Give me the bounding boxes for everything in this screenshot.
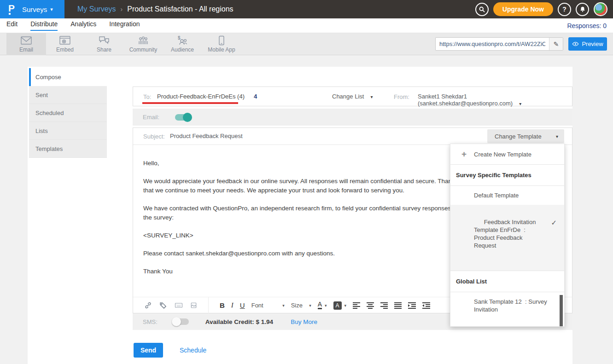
sidebar-item-scheduled[interactable]: Scheduled xyxy=(29,104,107,122)
chevron-down-icon: ▾ xyxy=(556,134,558,139)
global-templates-scroll-area: Sank Template 12 : Survey Invitation Map… xyxy=(450,292,564,327)
top-header-bar: P Surveys ▾ My Surveys › Product Satisfa… xyxy=(0,0,613,18)
edit-url-button[interactable]: ✎ xyxy=(549,38,563,50)
background-color-button[interactable]: A▾ xyxy=(333,301,347,310)
insert-image-button[interactable] xyxy=(190,302,197,309)
pencil-icon: ✎ xyxy=(554,40,559,48)
outdent-button[interactable] xyxy=(422,302,430,309)
audience-icon: $ xyxy=(176,35,188,46)
recipient-list-name[interactable]: Product-Feedback-EnFrDeEs (4) xyxy=(157,93,245,100)
recipient-row: To: Product-Feedback-EnFrDeEs (4) 4 Chan… xyxy=(133,87,572,106)
breadcrumb-survey-name: Product Satisfaction - All regions xyxy=(127,5,233,13)
merge-tag-button[interactable] xyxy=(159,301,167,309)
tab-analytics[interactable]: Analytics xyxy=(70,20,96,31)
sidebar-item-lists[interactable]: Lists xyxy=(29,122,107,140)
sms-toggle[interactable] xyxy=(173,318,189,325)
svg-text:$: $ xyxy=(178,35,181,40)
breadcrumb: My Surveys › Product Satisfaction - All … xyxy=(77,0,234,18)
breadcrumb-separator-icon: › xyxy=(121,6,123,13)
product-menu-label: Surveys xyxy=(22,6,47,13)
share-icon xyxy=(98,35,110,46)
notifications-button[interactable] xyxy=(576,3,589,16)
menu-item-default-template[interactable]: Default Template xyxy=(450,186,564,205)
keyboard-icon xyxy=(175,302,183,309)
product-switcher[interactable]: P Surveys ▾ xyxy=(0,0,64,18)
change-list-dropdown[interactable]: Change List▾ xyxy=(332,93,373,100)
subject-row: Subject: Product Feedback Request Change… xyxy=(133,128,572,145)
schedule-link[interactable]: Schedule xyxy=(180,347,206,354)
upgrade-now-button[interactable]: Upgrade Now xyxy=(493,2,553,16)
sms-toggle-label: SMS: xyxy=(143,318,158,325)
menu-item-map-global-template-2[interactable]: Map Global Template 2 : Survey Invitatio… xyxy=(450,319,564,327)
subject-input[interactable]: Product Feedback Request xyxy=(170,133,243,139)
channel-audience[interactable]: $ Audience xyxy=(163,33,202,55)
chevron-down-icon: ▾ xyxy=(519,101,521,106)
chevron-down-icon: ▾ xyxy=(370,94,373,99)
questionpro-logo-icon: P xyxy=(8,4,18,15)
font-family-dropdown[interactable]: Font▾ xyxy=(251,302,285,309)
email-icon xyxy=(20,35,32,46)
text-color-button[interactable]: A▾ xyxy=(318,301,327,309)
italic-button[interactable]: I xyxy=(231,301,234,309)
recipient-count[interactable]: 4 xyxy=(254,93,257,100)
search-button[interactable] xyxy=(475,3,489,16)
chevron-down-icon: ▾ xyxy=(309,303,311,308)
email-toggle-row: Email: xyxy=(133,109,572,126)
preview-button[interactable]: Preview xyxy=(568,37,607,51)
channel-embed[interactable]: Embed xyxy=(45,33,85,55)
font-size-dropdown[interactable]: Size▾ xyxy=(291,302,311,309)
user-avatar[interactable] xyxy=(594,2,607,16)
align-left-button[interactable] xyxy=(353,302,360,309)
menu-scrollbar-thumb[interactable] xyxy=(560,295,563,327)
responses-count[interactable]: Responses: 0 xyxy=(567,22,607,29)
send-button[interactable]: Send xyxy=(134,343,163,358)
tab-edit[interactable]: Edit xyxy=(6,20,18,31)
survey-url-field-wrap: ✎ xyxy=(435,37,563,51)
align-center-button[interactable] xyxy=(367,302,374,309)
email-toggle-label: Email: xyxy=(143,114,159,121)
email-toggle[interactable] xyxy=(175,114,191,121)
sidebar-item-compose[interactable]: Compose xyxy=(29,68,107,86)
channel-community[interactable]: Community xyxy=(123,33,163,55)
menu-item-sank-template-12[interactable]: Sank Template 12 : Survey Invitation xyxy=(450,292,564,319)
tab-distribute[interactable]: Distribute xyxy=(30,20,58,31)
survey-url-input[interactable] xyxy=(436,38,549,50)
menu-item-create-new-template[interactable]: + Create New Template xyxy=(450,144,564,165)
channel-email[interactable]: Email xyxy=(6,33,46,55)
survey-nav-tabs: Edit Distribute Analytics Integration Re… xyxy=(0,18,613,33)
tab-integration[interactable]: Integration xyxy=(109,20,140,31)
from-label: From: xyxy=(394,93,409,100)
indent-button[interactable] xyxy=(408,302,416,309)
channel-share[interactable]: Share xyxy=(84,33,124,55)
align-right-button[interactable] xyxy=(380,302,388,309)
keyboard-button[interactable] xyxy=(175,302,183,309)
from-sender-dropdown[interactable]: Sanket1 Shekdar1 (sanket.shekdar@questio… xyxy=(418,93,572,107)
align-justify-button[interactable] xyxy=(394,302,402,309)
bell-icon xyxy=(579,6,586,12)
menu-item-feedback-invitation-template[interactable]: Feedback Invitation Template EnFrDe : Pr… xyxy=(450,205,564,271)
sidebar-item-sent[interactable]: Sent xyxy=(29,86,107,104)
buy-more-link[interactable]: Buy More xyxy=(291,318,317,325)
bold-button[interactable]: B xyxy=(220,301,225,309)
change-template-dropdown[interactable]: Change Template▾ xyxy=(487,129,564,143)
change-template-menu: + Create New Template Survey Specific Te… xyxy=(450,144,565,327)
recipient-underline xyxy=(142,102,238,104)
to-label: To: xyxy=(143,93,151,100)
chevron-down-icon: ▾ xyxy=(325,303,327,308)
question-icon: ? xyxy=(562,6,566,13)
align-justify-icon xyxy=(394,302,402,309)
breadcrumb-my-surveys[interactable]: My Surveys xyxy=(77,5,116,13)
align-left-icon xyxy=(353,302,360,309)
help-button[interactable]: ? xyxy=(558,3,571,16)
align-center-icon xyxy=(367,302,374,309)
menu-scrollbar[interactable] xyxy=(560,295,563,327)
tag-icon xyxy=(159,301,167,309)
subject-label: Subject: xyxy=(143,133,165,140)
chevron-down-icon: ▾ xyxy=(50,6,53,12)
underline-button[interactable]: U xyxy=(240,301,245,309)
sidebar-item-templates[interactable]: Templates xyxy=(29,140,107,158)
insert-link-button[interactable] xyxy=(144,301,152,309)
header-actions: Upgrade Now ? xyxy=(475,0,607,18)
channel-mobile-app[interactable]: Mobile App xyxy=(202,33,241,55)
align-right-icon xyxy=(380,302,388,309)
